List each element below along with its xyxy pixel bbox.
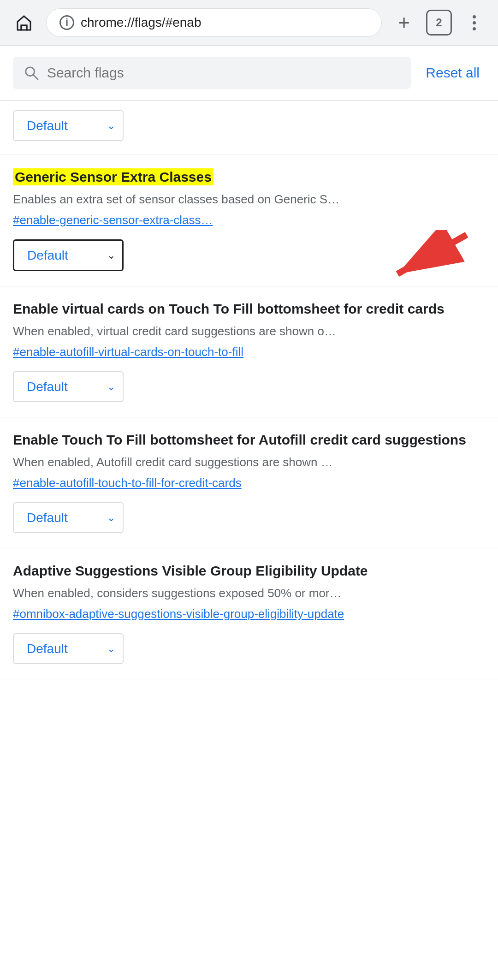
search-area: Reset all xyxy=(0,46,498,101)
search-input-wrap xyxy=(13,57,411,89)
svg-line-4 xyxy=(397,235,467,274)
browser-menu-button[interactable] xyxy=(461,10,487,36)
flag-desc-touch-fill: When enabled, Autofill credit card sugge… xyxy=(13,453,485,471)
home-button[interactable] xyxy=(11,10,37,36)
flag-link-adaptive-suggestions[interactable]: #omnibox-adaptive-suggestions-visible-gr… xyxy=(13,607,485,621)
menu-dot-2 xyxy=(473,21,476,24)
flag-section-generic-sensor: Generic Sensor Extra Classes Enables an … xyxy=(0,154,498,286)
new-tab-button[interactable]: + xyxy=(391,10,417,36)
flag-select-generic-sensor[interactable]: Default Enabled Disabled xyxy=(13,239,124,271)
svg-line-2 xyxy=(33,75,38,79)
browser-bar: i chrome://flags/#enab + 2 xyxy=(0,0,498,46)
flag-desc-adaptive-suggestions: When enabled, considers suggestions expo… xyxy=(13,584,485,602)
flag-section-virtual-cards: Enable virtual cards on Touch To Fill bo… xyxy=(0,286,498,417)
flag-title-highlight: Generic Sensor Extra Classes xyxy=(13,168,213,185)
search-input[interactable] xyxy=(47,65,400,81)
flag-select-touch-fill[interactable]: Default Enabled Disabled xyxy=(13,502,124,533)
select-wrap-generic-sensor: Default Enabled Disabled ⌄ xyxy=(13,239,124,271)
flag-desc-virtual-cards: When enabled, virtual credit card sugges… xyxy=(13,322,485,340)
menu-dot-1 xyxy=(473,15,476,18)
plus-icon: + xyxy=(398,11,410,34)
select-wrap-adaptive-suggestions: Default Enabled Disabled ⌄ xyxy=(13,633,124,664)
flag-title-generic-sensor: Generic Sensor Extra Classes xyxy=(13,169,485,185)
address-bar[interactable]: i chrome://flags/#enab xyxy=(46,8,382,37)
flag-select-adaptive-suggestions[interactable]: Default Enabled Disabled xyxy=(13,633,124,664)
flag-select-virtual-cards[interactable]: Default Enabled Disabled xyxy=(13,371,124,402)
flag-select-top[interactable]: Default Enabled Disabled xyxy=(13,110,124,141)
select-wrap-touch-fill: Default Enabled Disabled ⌄ xyxy=(13,502,124,533)
tab-count-button[interactable]: 2 xyxy=(426,10,452,36)
arrow-container: Default Enabled Disabled ⌄ xyxy=(13,239,485,271)
select-wrap-top: Default Enabled Disabled ⌄ xyxy=(13,110,124,141)
red-arrow-annotation xyxy=(370,230,471,285)
flag-title-virtual-cards: Enable virtual cards on Touch To Fill bo… xyxy=(13,301,485,317)
flag-title-touch-fill: Enable Touch To Fill bottomsheet for Aut… xyxy=(13,432,485,448)
svg-rect-0 xyxy=(21,25,27,30)
flag-section-touch-fill: Enable Touch To Fill bottomsheet for Aut… xyxy=(0,417,498,548)
flag-section-top: Default Enabled Disabled ⌄ xyxy=(0,101,498,154)
select-wrap-virtual-cards: Default Enabled Disabled ⌄ xyxy=(13,371,124,402)
search-icon xyxy=(24,65,39,81)
tab-count-label: 2 xyxy=(436,16,442,29)
info-icon: i xyxy=(59,15,74,30)
address-text: chrome://flags/#enab xyxy=(81,15,202,30)
flag-link-virtual-cards[interactable]: #enable-autofill-virtual-cards-on-touch-… xyxy=(13,345,485,359)
flag-link-touch-fill[interactable]: #enable-autofill-touch-to-fill-for-credi… xyxy=(13,476,485,490)
flag-link-generic-sensor[interactable]: #enable-generic-sensor-extra-class… xyxy=(13,213,485,227)
reset-all-button[interactable]: Reset all xyxy=(420,61,485,84)
flag-desc-generic-sensor: Enables an extra set of sensor classes b… xyxy=(13,190,485,208)
flag-title-adaptive-suggestions: Adaptive Suggestions Visible Group Eligi… xyxy=(13,563,485,579)
flags-content: Default Enabled Disabled ⌄ Generic Senso… xyxy=(0,101,498,679)
flag-section-adaptive-suggestions: Adaptive Suggestions Visible Group Eligi… xyxy=(0,548,498,679)
menu-dot-3 xyxy=(473,27,476,30)
